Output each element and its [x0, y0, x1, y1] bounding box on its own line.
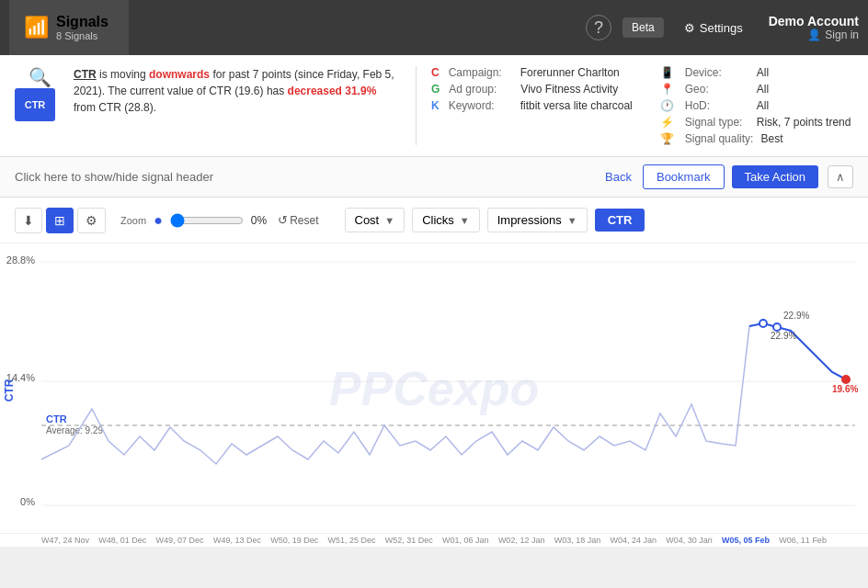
meta-col-right: 📱 Device: All 📍 Geo: All 🕐 HoD: All ⚡ Si…	[660, 66, 851, 145]
zoom-label: Zoom	[120, 215, 146, 226]
current-value-dot	[841, 375, 851, 384]
svg-text:22.9%: 22.9%	[771, 331, 796, 341]
svg-text:28.8%: 28.8%	[6, 254, 35, 266]
x-label-3: W49, 13 Dec	[213, 536, 261, 545]
x-label-9: W03, 18 Jan	[554, 536, 601, 545]
chart-toolbar: ⬇ ⊞ ⚙ Zoom ● 0% ↺ Reset Cost ▼ Clicks ▼ …	[0, 198, 868, 243]
settings-icon: ⚙	[684, 21, 695, 35]
signal-quality-icon: 🏆	[660, 132, 674, 145]
signal-panel: 🔍 CTR CTR is moving downwards for past 7…	[0, 55, 868, 157]
device-icon: 📱	[660, 66, 674, 79]
settings-button[interactable]: ⚙ Settings	[673, 17, 754, 39]
reset-button[interactable]: ↺ Reset	[278, 213, 318, 227]
demo-account-label: Demo Account	[769, 14, 859, 28]
filter-button[interactable]: ⚙	[77, 208, 106, 233]
meta-geo-row: 📍 Geo: All	[660, 83, 851, 96]
meta-signal-quality-row: 🏆 Signal quality: Best	[660, 132, 851, 145]
impressions-dropdown[interactable]: Impressions ▼	[487, 208, 588, 232]
campaign-icon: C	[431, 66, 440, 79]
meta-hod-row: 🕐 HoD: All	[660, 99, 851, 112]
zoom-slider[interactable]	[170, 213, 244, 228]
x-label-5: W51, 25 Dec	[327, 536, 375, 545]
x-label-0: W47, 24 Nov	[41, 536, 89, 545]
sign-in-button[interactable]: 👤 Sign in	[807, 28, 859, 41]
x-label-7: W01, 06 Jan	[442, 536, 489, 545]
svg-text:22.9%: 22.9%	[783, 311, 809, 321]
zoom-section: Zoom ● 0% ↺ Reset	[120, 212, 319, 229]
chart-svg: 28.8% 14.4% 0% CTR CTR Average: 9.29 22.…	[0, 243, 868, 533]
reset-icon: ↺	[278, 213, 288, 227]
peak-dot	[760, 320, 767, 327]
x-label-12: W05, 05 Feb	[722, 536, 770, 545]
svg-text:Average: 9.29: Average: 9.29	[46, 425, 104, 435]
x-label-6: W52, 31 Dec	[385, 536, 433, 545]
logo-subtitle: 8 Signals	[56, 30, 108, 41]
logo-title: Signals	[56, 14, 108, 30]
chart-area: PPCexpo 28.8% 14.4% 0% CTR CTR Average: …	[0, 243, 868, 533]
grid-view-button[interactable]: ⊞	[46, 208, 74, 233]
collapse-button[interactable]: ∧	[828, 165, 853, 188]
trend-direction: downwards	[149, 68, 210, 81]
signal-type-icon: ⚡	[660, 116, 674, 129]
cost-dropdown[interactable]: Cost ▼	[345, 208, 405, 232]
keyword-icon: K	[431, 99, 440, 112]
bookmark-button[interactable]: Bookmark	[643, 164, 725, 189]
x-label-4: W50, 19 Dec	[270, 536, 318, 545]
svg-text:CTR: CTR	[3, 379, 16, 401]
ctr-icon-wrapper: 🔍 CTR	[15, 66, 64, 121]
ctr-link[interactable]: CTR	[74, 68, 97, 81]
action-bar-hint[interactable]: Click here to show/hide signal header	[15, 170, 605, 184]
beta-badge: Beta	[622, 17, 664, 38]
search-icon: 🔍	[29, 66, 51, 88]
action-bar: Click here to show/hide signal header Ba…	[0, 157, 868, 198]
meta-col-left: C Campaign: Forerunner Charlton G Ad gro…	[431, 66, 633, 145]
signal-divider	[416, 66, 417, 145]
zoom-value: 0%	[251, 214, 267, 227]
user-icon: 👤	[807, 28, 821, 41]
zoom-dot: ●	[154, 212, 163, 229]
meta-signal-type-row: ⚡ Signal type: Risk, 7 points trend	[660, 116, 851, 129]
svg-text:0%: 0%	[20, 496, 35, 507]
ctr-active-metric[interactable]: CTR	[595, 209, 645, 232]
meta-campaign-row: C Campaign: Forerunner Charlton	[431, 66, 633, 79]
geo-icon: 📍	[660, 83, 674, 96]
toolbar-icon-group: ⬇ ⊞ ⚙	[15, 208, 106, 233]
meta-keyword-row: K Keyword: fitbit versa lite charcoal	[431, 99, 633, 112]
ctr-chart-line	[41, 323, 846, 464]
clicks-dropdown[interactable]: Clicks ▼	[412, 208, 480, 232]
adgroup-icon: G	[431, 83, 440, 96]
signal-description: CTR is moving downwards for past 7 point…	[74, 66, 401, 116]
download-button[interactable]: ⬇	[15, 208, 42, 233]
change-value: decreased 31.9%	[288, 85, 377, 97]
impressions-dropdown-arrow: ▼	[567, 215, 577, 226]
logo-text: Signals 8 Signals	[56, 14, 108, 41]
x-label-13: W06, 11 Feb	[779, 536, 827, 545]
svg-text:CTR: CTR	[46, 413, 67, 424]
chart-x-labels: W47, 24 Nov W48, 01 Dec W49, 07 Dec W49,…	[0, 533, 868, 547]
ctr-metric-badge: CTR	[15, 88, 55, 121]
cost-dropdown-arrow: ▼	[384, 215, 394, 226]
help-button[interactable]: ?	[586, 15, 611, 40]
app-header: 📶 Signals 8 Signals ? Beta ⚙ Settings De…	[0, 0, 868, 55]
take-action-button[interactable]: Take Action	[732, 165, 819, 188]
signal-description-section: 🔍 CTR CTR is moving downwards for past 7…	[15, 66, 401, 145]
x-label-2: W49, 07 Dec	[156, 536, 204, 545]
signals-icon: 📶	[24, 16, 49, 40]
back-button[interactable]: Back	[605, 170, 632, 184]
ctr-trend-line	[749, 323, 846, 379]
logo-section: 📶 Signals 8 Signals	[9, 0, 129, 55]
clicks-dropdown-arrow: ▼	[460, 215, 470, 226]
signal-metadata: C Campaign: Forerunner Charlton G Ad gro…	[431, 66, 853, 145]
svg-text:19.6%: 19.6%	[832, 384, 858, 394]
x-label-8: W02, 12 Jan	[498, 536, 545, 545]
demo-account-section: Demo Account 👤 Sign in	[769, 14, 859, 41]
x-label-10: W04, 24 Jan	[610, 536, 657, 545]
x-label-11: W04, 30 Jan	[666, 536, 713, 545]
x-label-1: W48, 01 Dec	[98, 536, 146, 545]
meta-adgroup-row: G Ad group: Vivo Fitness Activity	[431, 83, 633, 96]
peak-dot2	[773, 323, 781, 331]
hod-icon: 🕐	[660, 99, 674, 112]
meta-device-row: 📱 Device: All	[660, 66, 851, 79]
